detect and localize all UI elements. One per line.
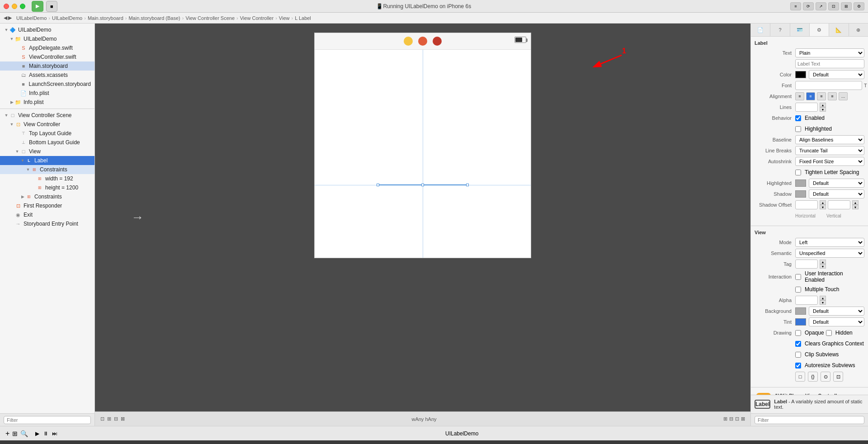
sidebar-item-infoplist[interactable]: ▶ 📄 Info.plist: [0, 89, 94, 98]
opaque-checkbox[interactable]: [795, 330, 801, 336]
shadow-v-down[interactable]: ▼: [852, 205, 859, 209]
lines-input[interactable]: 0: [795, 103, 818, 112]
shadow-v-stepper[interactable]: ▲ ▼: [852, 200, 859, 209]
fullscreen-button[interactable]: [20, 4, 25, 9]
breadcrumb-item[interactable]: Main.storyboard: [88, 15, 123, 21]
inspector-filter-input[interactable]: [755, 416, 864, 424]
sidebar-item-constraints-label[interactable]: ▼ ⊞ Constraints: [0, 165, 94, 174]
handle-br[interactable]: [466, 184, 469, 186]
autoresize-checkbox[interactable]: [795, 363, 801, 368]
canvas-scroll[interactable]: →: [95, 24, 750, 411]
highlighted-color-select[interactable]: Default: [809, 179, 864, 188]
shadow-v-up[interactable]: ▲: [852, 200, 859, 205]
sidebar-item-products[interactable]: ▶ 📁 Info.plist: [0, 98, 94, 107]
tag-up[interactable]: ▲: [820, 260, 826, 264]
tint-color-swatch[interactable]: [795, 318, 806, 326]
shadow-h-up[interactable]: ▲: [820, 200, 826, 205]
sidebar-item-first-responder[interactable]: ▶ ⊡ First Responder: [0, 201, 94, 210]
clip-checkbox[interactable]: [795, 352, 801, 358]
multiple-touch-checkbox[interactable]: [795, 287, 801, 293]
enabled-checkbox[interactable]: [795, 115, 801, 121]
tag-input[interactable]: 0: [795, 260, 818, 269]
tab-attributes[interactable]: ⚙: [810, 24, 829, 36]
hidden-checkbox[interactable]: [826, 330, 832, 336]
sidebar-item-vc[interactable]: ▼ ⊡ View Controller: [0, 120, 94, 129]
clears-checkbox[interactable]: [795, 341, 801, 347]
add-btn[interactable]: +: [5, 430, 9, 438]
handle-bc[interactable]: [421, 184, 424, 186]
tab-size[interactable]: 📐: [829, 24, 849, 36]
sidebar-item-launchscreen[interactable]: ▶ ■ LaunchScreen.storyboard: [0, 80, 94, 89]
sidebar-item-bottom-layout[interactable]: ▶ ⊥ Bottom Layout Guide: [0, 138, 94, 147]
shadow-v-input[interactable]: -1: [828, 200, 850, 209]
label-element[interactable]: [377, 184, 468, 185]
sidebar-item-exit[interactable]: ▶ ◉ Exit: [0, 210, 94, 219]
align-left-btn[interactable]: ≡: [795, 92, 804, 100]
drawing-icon-btn-4[interactable]: ⊡: [833, 372, 843, 382]
grid-btn[interactable]: ⊞: [12, 430, 18, 437]
breadcrumb-item[interactable]: Main.storyboard (Base): [128, 15, 180, 21]
sidebar-item-mainstoryboard[interactable]: ▶ ■ Main.storyboard: [0, 61, 94, 71]
background-select[interactable]: Default: [809, 307, 864, 316]
sidebar-item-view[interactable]: ▼ □ View: [0, 147, 94, 156]
sidebar-item-label[interactable]: ▼ L Label: [0, 156, 94, 165]
breadcrumb-item[interactable]: View Controller Scene: [185, 15, 235, 21]
toolbar-button-5[interactable]: ⊞: [841, 2, 852, 10]
tab-file[interactable]: 📄: [751, 24, 770, 36]
close-button[interactable]: [4, 4, 9, 9]
font-input[interactable]: System 17.0: [795, 81, 862, 90]
shadow-h-stepper[interactable]: ▲ ▼: [820, 200, 826, 209]
sidebar-item-assets[interactable]: ▶ 🗂 Assets.xcassets: [0, 71, 94, 80]
breadcrumb-item[interactable]: UILabelDemo: [16, 15, 47, 21]
breadcrumb-item[interactable]: View: [279, 15, 290, 21]
breadcrumb-item[interactable]: L Label: [295, 15, 311, 21]
color-swatch[interactable]: [795, 71, 806, 78]
drawing-icon-btn-2[interactable]: {}: [808, 372, 818, 382]
tab-identity[interactable]: 🪪: [790, 24, 810, 36]
toolbar-button-4[interactable]: ⊡: [828, 2, 839, 10]
align-right-btn[interactable]: ≡: [817, 92, 826, 100]
toolbar-button-3[interactable]: ↗: [816, 2, 826, 10]
sidebar-item-top-layout[interactable]: ▶ ⊤ Top Layout Guide: [0, 129, 94, 138]
sidebar-item-constraints-view[interactable]: ▶ ⊞ Constraints: [0, 192, 94, 201]
baseline-select[interactable]: Align Baselines: [795, 135, 864, 144]
sidebar-item-storyboard-entry[interactable]: ▶ → Storyboard Entry Point: [0, 219, 94, 228]
lines-stepper-down[interactable]: ▼: [820, 107, 826, 112]
alpha-up[interactable]: ▲: [820, 296, 826, 300]
mode-select[interactable]: Left: [795, 238, 864, 247]
sidebar-item-uilabeldemo-project[interactable]: ▼ 🔷 UILabelDemo: [0, 25, 94, 34]
play-btn[interactable]: ▶: [35, 430, 39, 437]
font-edit-btn[interactable]: T: [864, 83, 867, 88]
breadcrumb-item[interactable]: ◀: [4, 15, 7, 21]
step-btn[interactable]: ⏭: [52, 430, 57, 437]
run-button[interactable]: ▶: [32, 1, 43, 12]
tighten-checkbox[interactable]: [795, 170, 801, 175]
search-btn[interactable]: 🔍: [20, 430, 28, 437]
lines-stepper-up[interactable]: ▲: [820, 103, 826, 107]
tab-quickhelp[interactable]: ?: [770, 24, 790, 36]
stop-button[interactable]: ■: [46, 1, 57, 12]
breadcrumb-item[interactable]: ▶: [8, 15, 12, 21]
breadcrumb-item[interactable]: UILabelDemo: [52, 15, 82, 21]
bg-color-swatch[interactable]: [795, 307, 806, 315]
sidebar-item-appdelegate[interactable]: ▶ S AppDelegate.swift: [0, 43, 94, 52]
drawing-icon-btn-1[interactable]: □: [795, 372, 805, 382]
tag-down[interactable]: ▼: [820, 264, 826, 269]
handle-bl[interactable]: [377, 184, 379, 186]
alpha-input[interactable]: 1: [795, 296, 818, 305]
sidebar-item-width-constraint[interactable]: ▶ ⊞ width = 192: [0, 174, 94, 183]
align-natural-btn[interactable]: …: [839, 92, 848, 100]
semantic-select[interactable]: Unspecified: [795, 249, 864, 258]
breadcrumb-item[interactable]: View Controller: [240, 15, 274, 21]
filter-input[interactable]: [4, 416, 91, 424]
pause-btn[interactable]: ⏸: [43, 430, 48, 437]
sidebar-item-height-constraint[interactable]: ▶ ⊞ height = 1200: [0, 183, 94, 192]
drawing-icon-btn-3[interactable]: ⊙: [821, 372, 830, 382]
shadow-h-input[interactable]: 0: [795, 200, 818, 209]
text-type-select[interactable]: Plain: [795, 48, 864, 57]
color-select[interactable]: Default: [809, 70, 864, 79]
tint-select[interactable]: Default: [809, 317, 864, 326]
shadow-select[interactable]: Default: [809, 189, 864, 198]
align-center-btn[interactable]: ≡: [806, 92, 815, 100]
minimize-button[interactable]: [12, 4, 17, 9]
